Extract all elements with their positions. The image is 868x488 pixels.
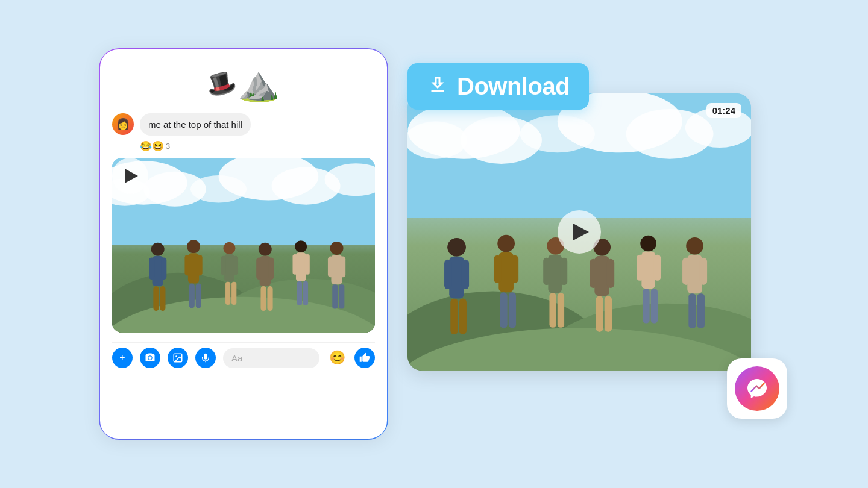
svg-rect-32	[268, 257, 274, 280]
svg-point-61	[447, 238, 466, 257]
svg-rect-27	[225, 281, 230, 304]
svg-point-85	[640, 236, 656, 252]
svg-rect-72	[509, 292, 516, 328]
mountain-emoji: ⛰️	[237, 64, 280, 104]
download-button[interactable]: Download	[407, 63, 589, 110]
svg-rect-84	[605, 296, 612, 332]
right-panel: Download	[407, 81, 769, 407]
svg-point-53	[407, 122, 467, 159]
play-triangle-icon	[125, 169, 138, 183]
svg-rect-40	[303, 281, 308, 305]
svg-point-67	[497, 235, 515, 252]
reaction-emojis: 😂😆	[140, 140, 164, 152]
svg-rect-82	[607, 259, 614, 288]
svg-rect-87	[637, 255, 643, 281]
svg-rect-14	[161, 257, 166, 280]
svg-point-49	[175, 355, 177, 357]
svg-rect-43	[328, 256, 333, 277]
play-button-large[interactable]	[558, 210, 601, 254]
add-button[interactable]: +	[112, 348, 133, 368]
download-text: Download	[457, 73, 570, 100]
emoji-scene: 🎩 ⛰️	[112, 61, 375, 104]
like-button[interactable]	[354, 348, 375, 368]
svg-rect-19	[184, 254, 190, 275]
svg-rect-34	[267, 286, 272, 310]
hat-emoji: 🎩	[203, 66, 239, 101]
svg-rect-20	[197, 254, 203, 275]
svg-point-23	[223, 242, 235, 254]
svg-rect-28	[231, 281, 236, 304]
reactions-row: 😂😆 3	[140, 140, 375, 152]
svg-rect-93	[682, 258, 690, 285]
svg-rect-63	[444, 260, 451, 289]
video-duration: 01:24	[706, 103, 741, 118]
svg-rect-74	[548, 255, 562, 293]
svg-rect-77	[549, 293, 556, 327]
svg-point-47	[148, 356, 151, 359]
message-bubble: me at the top of that hill	[140, 113, 251, 136]
message-row: 👩 me at the top of that hill	[112, 113, 375, 136]
chat-toolbar: + Aa	[112, 342, 375, 371]
messenger-icon-badge	[727, 358, 787, 419]
svg-rect-90	[651, 289, 658, 323]
svg-rect-94	[700, 258, 707, 285]
svg-rect-96	[697, 293, 705, 328]
svg-rect-88	[654, 255, 661, 281]
svg-rect-70	[511, 255, 518, 283]
chat-video-thumbnail[interactable]	[112, 158, 375, 333]
svg-point-29	[259, 242, 272, 255]
svg-rect-46	[339, 284, 344, 308]
svg-rect-75	[543, 258, 550, 285]
svg-point-7	[190, 175, 247, 203]
svg-point-41	[330, 241, 344, 254]
svg-rect-16	[160, 286, 165, 310]
svg-rect-86	[641, 252, 655, 289]
svg-rect-31	[256, 257, 262, 280]
reaction-count: 3	[166, 142, 170, 151]
svg-rect-66	[459, 298, 467, 334]
play-icon-large	[573, 224, 589, 240]
svg-rect-89	[643, 289, 649, 323]
main-container: 🎩 ⛰️ 👩 me at the top of that hill 😂😆 3	[0, 24, 868, 464]
svg-rect-26	[233, 255, 238, 275]
camera-button[interactable]	[140, 348, 160, 368]
svg-rect-37	[292, 254, 297, 274]
svg-rect-15	[153, 286, 159, 310]
svg-rect-33	[261, 286, 266, 310]
image-button[interactable]	[168, 348, 188, 368]
svg-rect-44	[340, 256, 345, 277]
svg-rect-69	[494, 255, 501, 283]
svg-rect-45	[332, 284, 338, 308]
svg-rect-95	[688, 293, 696, 328]
svg-point-11	[151, 242, 165, 255]
svg-rect-83	[596, 296, 603, 332]
svg-rect-39	[297, 281, 302, 305]
svg-rect-71	[500, 292, 507, 328]
svg-point-17	[187, 240, 200, 253]
play-button-chat[interactable]	[112, 158, 148, 194]
svg-rect-64	[462, 260, 469, 289]
download-icon	[427, 74, 448, 99]
svg-point-35	[295, 240, 307, 252]
svg-rect-81	[590, 259, 597, 288]
svg-rect-78	[558, 293, 564, 327]
svg-rect-13	[149, 257, 154, 280]
avatar: 👩	[112, 113, 134, 135]
message-placeholder: Aa	[231, 353, 242, 363]
plus-icon: +	[119, 352, 125, 363]
emoji-button[interactable]: 😊	[327, 348, 347, 368]
svg-point-57	[520, 115, 595, 152]
svg-rect-76	[561, 258, 567, 285]
svg-rect-38	[305, 254, 310, 274]
messenger-gradient-circle	[735, 366, 779, 411]
phone-mockup: 🎩 ⛰️ 👩 me at the top of that hill 😂😆 3	[99, 48, 388, 440]
message-input[interactable]: Aa	[223, 348, 319, 368]
mic-button[interactable]	[195, 348, 216, 368]
large-video-player[interactable]: 01:24	[407, 93, 751, 371]
svg-rect-22	[196, 283, 201, 308]
svg-rect-21	[189, 283, 195, 308]
svg-point-91	[686, 237, 703, 255]
svg-rect-25	[221, 255, 226, 275]
message-text: me at the top of that hill	[148, 119, 242, 130]
svg-rect-65	[450, 298, 458, 334]
